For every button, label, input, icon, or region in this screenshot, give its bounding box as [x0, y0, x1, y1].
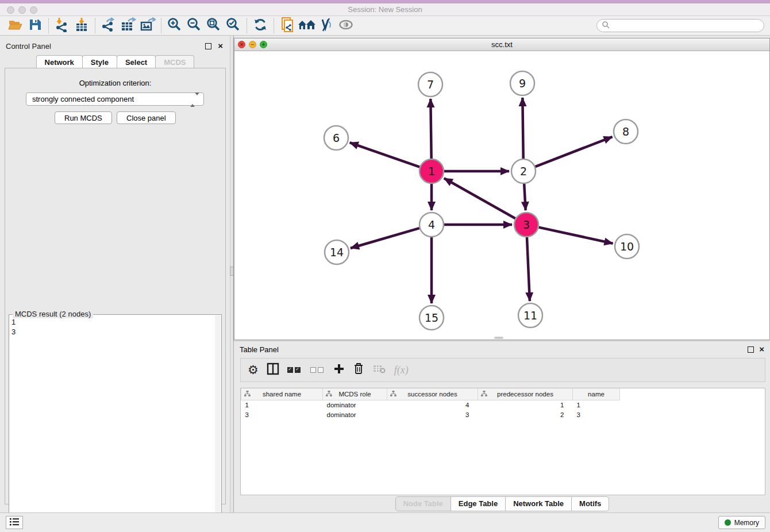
column-header-successor-nodes[interactable]: successor nodes — [387, 388, 478, 400]
edge-2-3[interactable] — [524, 184, 525, 210]
export-image-button[interactable] — [138, 17, 157, 34]
cell-successor-nodes[interactable]: 4 — [387, 400, 478, 410]
run-mcds-button[interactable]: Run MCDS — [55, 111, 112, 124]
optimization-criterion-select[interactable]: strongly connected component — [26, 92, 204, 106]
float-table-panel-icon[interactable] — [748, 346, 754, 353]
import-table-button[interactable] — [72, 17, 91, 34]
function-builder-button[interactable]: f(x) — [394, 361, 409, 379]
edge-2-8[interactable] — [536, 137, 613, 167]
zoom-in-icon — [167, 17, 182, 34]
float-panel-icon[interactable] — [205, 43, 211, 49]
memory-label: Memory — [734, 519, 759, 527]
node-4[interactable]: 4 — [419, 213, 444, 237]
edge-1-7[interactable] — [430, 99, 431, 159]
svg-text:14: 14 — [330, 246, 344, 259]
edge-4-14[interactable] — [351, 228, 419, 248]
node-3[interactable]: 3 — [514, 213, 538, 237]
cell-name[interactable]: 1 — [573, 400, 620, 410]
search-field[interactable] — [596, 19, 764, 32]
network-canvas[interactable]: 7968124314101511 — [234, 51, 769, 340]
table-row[interactable]: 3dominator323 — [241, 410, 765, 419]
select-value: strongly connected component — [32, 95, 134, 103]
zoom-in-button[interactable] — [165, 17, 184, 34]
zoom-window-icon[interactable] — [30, 6, 37, 14]
cell-successor-nodes[interactable]: 3 — [387, 410, 478, 419]
tab-edge-table[interactable]: Edge Table — [451, 496, 506, 511]
gear-icon: ⚙ — [248, 361, 259, 379]
column-header-predecessor-nodes[interactable]: predecessor nodes — [478, 388, 573, 400]
node-8[interactable]: 8 — [614, 119, 638, 144]
node-11[interactable]: 11 — [518, 303, 542, 327]
close-panel-button[interactable]: Close panel — [117, 111, 176, 124]
column-header-name[interactable]: name — [573, 388, 620, 400]
refresh-layout-button[interactable] — [251, 17, 270, 34]
close-window-icon[interactable] — [7, 6, 14, 14]
cell-MCDS-role[interactable]: dominator — [323, 410, 387, 419]
save-floppy-icon — [28, 18, 42, 34]
column-header-MCDS-role[interactable]: MCDS role — [323, 388, 387, 400]
node-7[interactable]: 7 — [418, 72, 442, 97]
show-columns-button[interactable] — [267, 361, 279, 379]
clone-network-button[interactable] — [278, 17, 297, 34]
tab-node-table[interactable]: Node Table — [395, 496, 451, 511]
export-network-button[interactable] — [99, 17, 118, 34]
edge-3-10[interactable] — [538, 228, 613, 244]
memory-button[interactable]: Memory — [718, 516, 765, 529]
node-14[interactable]: 14 — [325, 240, 349, 264]
cell-MCDS-role[interactable]: dominator — [323, 400, 387, 410]
show-hide-graphics-button[interactable] — [336, 17, 356, 34]
cell-predecessor-nodes[interactable]: 2 — [478, 410, 573, 419]
task-history-button[interactable] — [6, 516, 23, 529]
edge-3-1[interactable] — [444, 178, 515, 218]
network-window-titlebar[interactable]: × − + scc.txt — [234, 38, 769, 51]
node-9[interactable]: 9 — [510, 71, 534, 95]
cell-shared-name[interactable]: 1 — [241, 400, 323, 410]
window-traffic-lights[interactable] — [7, 6, 41, 16]
cell-predecessor-nodes[interactable]: 1 — [478, 400, 573, 410]
panel-divider-handle[interactable] — [230, 267, 234, 276]
import-table-icon — [74, 17, 89, 34]
mcds-result-scrollbar[interactable] — [215, 315, 221, 530]
open-session-button[interactable] — [6, 17, 25, 34]
edge-2-9[interactable] — [522, 98, 523, 159]
node-1[interactable]: 1 — [419, 159, 444, 183]
node-6[interactable]: 6 — [324, 126, 348, 150]
edge-3-11[interactable] — [527, 237, 530, 301]
node-10[interactable]: 10 — [615, 234, 639, 259]
node-2[interactable]: 2 — [511, 159, 536, 183]
network-maximize-icon[interactable]: + — [260, 41, 267, 48]
cell-name[interactable]: 3 — [573, 410, 620, 419]
delete-column-button[interactable] — [353, 361, 364, 379]
hide-vizmap-button[interactable] — [317, 17, 336, 34]
network-window: × − + scc.txt 7968124314101511 — [234, 38, 770, 340]
save-session-button[interactable] — [25, 17, 45, 34]
home-button[interactable] — [297, 17, 317, 34]
select-all-columns-button[interactable] — [287, 361, 302, 379]
panel-divider[interactable] — [230, 36, 234, 512]
close-panel-icon[interactable]: × — [218, 41, 223, 51]
delete-table-button[interactable] — [372, 361, 386, 379]
table-row[interactable]: 1dominator411 — [241, 400, 765, 410]
export-table-button[interactable] — [118, 17, 138, 34]
tab-network-table[interactable]: Network Table — [505, 496, 572, 511]
minimize-window-icon[interactable] — [18, 6, 26, 14]
import-network-icon — [55, 17, 70, 34]
network-hscrollbar[interactable] — [494, 337, 503, 339]
import-network-button[interactable] — [52, 17, 72, 34]
search-input[interactable] — [610, 22, 764, 30]
network-minimize-icon[interactable]: − — [249, 41, 256, 48]
column-header-shared-name[interactable]: shared name — [241, 388, 323, 400]
create-column-button[interactable] — [333, 361, 345, 379]
unselect-all-columns-button[interactable] — [310, 361, 325, 379]
edge-1-6[interactable] — [350, 142, 420, 167]
network-close-icon[interactable]: × — [238, 41, 245, 48]
node-15[interactable]: 15 — [419, 306, 444, 330]
column-label: successor nodes — [407, 391, 457, 398]
close-table-panel-icon[interactable]: × — [759, 344, 764, 354]
zoom-out-button[interactable] — [184, 17, 204, 34]
table-settings-button[interactable]: ⚙ — [248, 361, 259, 379]
cell-shared-name[interactable]: 3 — [241, 410, 323, 419]
zoom-selected-button[interactable] — [224, 17, 243, 34]
tab-motifs[interactable]: Motifs — [571, 496, 609, 511]
zoom-fit-button[interactable] — [204, 17, 224, 34]
